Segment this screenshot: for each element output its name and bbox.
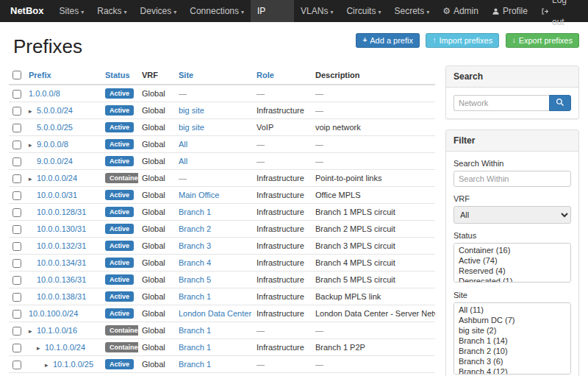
row-checkbox[interactable] bbox=[12, 124, 21, 132]
site-link[interactable]: big site bbox=[179, 106, 204, 115]
prefix-link[interactable]: 10.0.0.132/31 bbox=[37, 241, 86, 250]
vrf-filter-select[interactable]: All bbox=[453, 206, 571, 224]
site-cell: — bbox=[175, 85, 253, 102]
prefix-link[interactable]: 5.0.0.0/24 bbox=[37, 106, 73, 115]
expand-arrow: ▸ bbox=[37, 344, 45, 352]
site-link[interactable]: London Data Center bbox=[179, 309, 251, 318]
status-label: Status bbox=[453, 231, 571, 240]
row-checkbox[interactable] bbox=[12, 310, 21, 319]
prefix-link[interactable]: 10.0.0.128/31 bbox=[37, 207, 86, 216]
nav-item-connections[interactable]: Connections▾ bbox=[183, 0, 251, 22]
prefix-link[interactable]: 10.1.0.0/24 bbox=[45, 343, 85, 352]
status-badge: Container bbox=[105, 173, 138, 183]
brand-link[interactable]: NetBox bbox=[7, 0, 53, 22]
column-header-prefix[interactable]: Prefix bbox=[25, 65, 101, 85]
nav-item-sites[interactable]: Sites▾ bbox=[53, 0, 91, 22]
prefix-link[interactable]: 10.0.0.138/31 bbox=[37, 292, 86, 301]
prefix-link[interactable]: 9.0.0.0/8 bbox=[37, 140, 68, 149]
search-within-input[interactable] bbox=[453, 171, 571, 187]
vrf-cell: Global bbox=[138, 187, 175, 204]
row-checkbox[interactable] bbox=[12, 225, 21, 234]
column-header-status[interactable]: Status bbox=[101, 65, 138, 85]
select-all-checkbox[interactable] bbox=[12, 71, 21, 79]
nav-item-admin[interactable]: ⚙ Admin bbox=[436, 0, 485, 22]
prefix-link[interactable]: 10.1.0.0/25 bbox=[53, 360, 93, 369]
row-checkbox[interactable] bbox=[12, 174, 21, 183]
nav-item-circuits[interactable]: Circuits▾ bbox=[340, 0, 387, 22]
site-link[interactable]: Branch 5 bbox=[179, 275, 211, 284]
row-checkbox[interactable] bbox=[12, 141, 21, 149]
column-header-role[interactable]: Role bbox=[253, 65, 312, 85]
nav-item-devices[interactable]: Devices▾ bbox=[134, 0, 184, 22]
chevron-down-icon: ▾ bbox=[173, 9, 176, 15]
site-link[interactable]: Branch 1 bbox=[179, 207, 211, 216]
prefix-link[interactable]: 10.1.0.0/16 bbox=[37, 326, 77, 335]
site-link[interactable]: big site bbox=[179, 123, 204, 132]
search-icon bbox=[556, 98, 564, 109]
nav-item-profile[interactable]: Profile bbox=[485, 0, 534, 22]
site-link[interactable]: Branch 2 bbox=[179, 224, 211, 233]
role-cell: Infrastructure bbox=[253, 305, 312, 322]
table-row: ▸10.1.0.0/25 Active Global Branch 1 — — bbox=[9, 356, 435, 373]
row-checkbox[interactable] bbox=[12, 90, 21, 99]
search-submit-button[interactable] bbox=[549, 95, 571, 111]
description-cell: — bbox=[312, 153, 435, 170]
export-prefixes-button[interactable]: ↓ Export prefixes bbox=[506, 33, 579, 48]
description-cell: — bbox=[312, 102, 435, 119]
row-checkbox[interactable] bbox=[12, 208, 21, 217]
row-checkbox[interactable] bbox=[12, 107, 21, 116]
prefix-link[interactable]: 10.0.0.134/31 bbox=[37, 258, 86, 267]
vrf-cell: Global bbox=[138, 356, 175, 373]
row-checkbox[interactable] bbox=[12, 293, 21, 302]
prefix-link[interactable]: 10.0.0.130/31 bbox=[37, 224, 86, 233]
chevron-down-icon: ▾ bbox=[241, 9, 244, 15]
site-link[interactable]: Branch 1 bbox=[179, 326, 211, 335]
description-cell: Branch 1 P2P bbox=[312, 339, 435, 356]
prefix-link[interactable]: 10.0.0.0/31 bbox=[37, 191, 77, 199]
column-header-site[interactable]: Site bbox=[175, 65, 253, 85]
site-filter-select[interactable]: All (11)Ashburn DC (7)big site (2)Branch… bbox=[453, 302, 571, 375]
site-link[interactable]: Branch 1 bbox=[179, 360, 211, 369]
prefix-link[interactable]: 10.0.0.0/24 bbox=[37, 174, 77, 182]
table-row: 10.0.0.136/31 Active Global Branch 5 Inf… bbox=[9, 272, 435, 288]
site-link[interactable]: Branch 1 bbox=[179, 343, 211, 352]
prefix-link[interactable]: 9.0.0.0/24 bbox=[37, 157, 73, 166]
search-input[interactable] bbox=[453, 95, 549, 111]
role-cell: — bbox=[253, 153, 312, 170]
prefix-link[interactable]: 5.0.0.0/25 bbox=[37, 123, 73, 132]
status-filter-select[interactable]: Container (16)Active (74)Reserved (4)Dep… bbox=[453, 243, 571, 283]
nav-item-vlans[interactable]: VLANs▾ bbox=[294, 0, 340, 22]
row-checkbox[interactable] bbox=[12, 344, 21, 352]
import-prefixes-button[interactable]: ↑ Import prefixes bbox=[426, 33, 499, 48]
nav-item-secrets[interactable]: Secrets▾ bbox=[387, 0, 436, 22]
site-link[interactable]: Main Office bbox=[179, 191, 219, 199]
row-checkbox[interactable] bbox=[12, 276, 21, 285]
nav-item-logout[interactable]: Log out bbox=[534, 0, 581, 22]
role-cell: Infrastructure bbox=[253, 204, 312, 221]
prefix-table-body: 1.0.0.0/8 Active Global — — — ▸5.0.0.0/2… bbox=[9, 85, 435, 376]
row-checkbox[interactable] bbox=[12, 259, 21, 268]
nav-item-ip-space[interactable]: IP Space▾ bbox=[251, 0, 294, 22]
vrf-cell: Global bbox=[138, 153, 175, 170]
status-badge: Container bbox=[105, 325, 138, 336]
search-within-label: Search Within bbox=[453, 159, 571, 168]
row-checkbox[interactable] bbox=[12, 361, 21, 369]
prefix-link[interactable]: 10.0.100.0/24 bbox=[29, 309, 78, 318]
row-checkbox[interactable] bbox=[12, 327, 21, 336]
add-prefix-button[interactable]: + Add a prefix bbox=[356, 33, 420, 48]
row-checkbox[interactable] bbox=[12, 242, 21, 251]
row-checkbox[interactable] bbox=[12, 191, 21, 200]
site-link[interactable]: Branch 3 bbox=[179, 241, 211, 250]
site-link[interactable]: All bbox=[179, 157, 187, 166]
prefix-link[interactable]: 1.0.0.0/8 bbox=[29, 89, 60, 98]
role-cell: Infrastructure bbox=[253, 170, 312, 187]
table-row: 10.0.0.134/31 Active Global Branch 4 Inf… bbox=[9, 255, 435, 272]
site-link[interactable]: Branch 1 bbox=[179, 292, 211, 301]
description-cell: — bbox=[312, 322, 435, 339]
site-link[interactable]: All bbox=[179, 140, 187, 149]
prefix-link[interactable]: 10.0.0.136/31 bbox=[37, 275, 86, 284]
nav-item-racks[interactable]: Racks▾ bbox=[90, 0, 133, 22]
site-link[interactable]: Branch 4 bbox=[179, 258, 211, 267]
row-checkbox[interactable] bbox=[12, 157, 21, 166]
expand-arrow: ▸ bbox=[29, 175, 37, 182]
